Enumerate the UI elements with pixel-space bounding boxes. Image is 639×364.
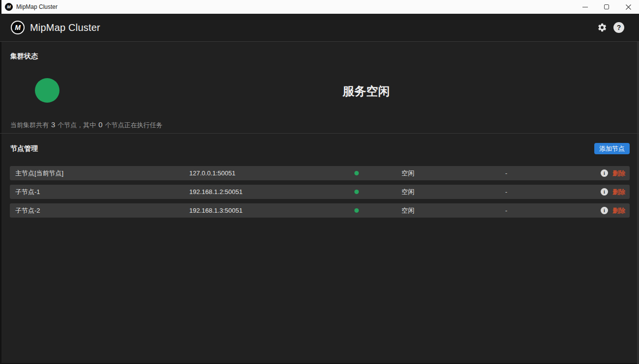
node-name: 子节点-2 — [10, 206, 179, 215]
node-status-label: 空闲 — [371, 169, 445, 178]
maximize-button[interactable] — [596, 0, 617, 14]
status-dot-icon — [354, 208, 359, 213]
info-icon[interactable]: i — [601, 188, 608, 196]
summary-prefix: 当前集群共有 — [10, 121, 49, 130]
app-title: MipMap Cluster — [30, 22, 100, 33]
table-row: 子节点-1 192.168.1.2:50051 空闲 - i 删除 — [10, 185, 630, 199]
settings-button[interactable] — [597, 23, 607, 32]
node-task: - — [445, 207, 568, 214]
node-table: 主节点[当前节点] 127.0.0.1:50051 空闲 - i 删除 子节点-… — [10, 166, 630, 218]
node-count: 3 — [51, 120, 55, 129]
cluster-status-text: 服务空闲 — [93, 84, 639, 99]
node-status-cell — [342, 208, 371, 213]
summary-middle: 个节点，其中 — [58, 121, 96, 130]
delete-node-button[interactable]: 删除 — [612, 188, 625, 196]
gear-icon — [597, 23, 607, 32]
row-actions: i 删除 — [601, 169, 630, 178]
node-task: - — [445, 188, 568, 196]
titlebar: M MipMap Cluster — [0, 0, 639, 14]
app-window: M MipMap Cluster M MipMap Cluster — [0, 0, 639, 364]
node-status-cell — [342, 171, 371, 175]
app-logo-icon: M — [11, 21, 25, 34]
close-icon — [626, 4, 631, 10]
busy-node-count: 0 — [98, 120, 102, 129]
node-name: 子节点-1 — [10, 188, 179, 196]
node-address: 192.168.1.2:50051 — [179, 188, 342, 196]
node-task: - — [445, 169, 568, 177]
status-dot-icon — [354, 171, 359, 175]
minimize-button[interactable] — [574, 0, 596, 14]
info-icon[interactable]: i — [601, 169, 608, 177]
delete-node-button[interactable]: 删除 — [612, 206, 625, 215]
window-controls — [574, 0, 639, 14]
node-management-heading: 节点管理 — [10, 144, 38, 153]
close-button[interactable] — [617, 0, 639, 14]
cluster-status-section: 集群状态 服务空闲 当前集群共有 3 个节点，其中 0 个节点正在执行任务 — [0, 42, 639, 134]
app-icon: M — [5, 3, 13, 11]
titlebar-left: M MipMap Cluster — [0, 3, 58, 11]
row-actions: i 删除 — [601, 206, 630, 215]
app-header: M MipMap Cluster ? — [0, 14, 639, 42]
add-node-button[interactable]: 添加节点 — [594, 143, 630, 154]
node-address: 127.0.0.1:50051 — [179, 169, 342, 177]
info-icon[interactable]: i — [601, 207, 608, 214]
cluster-status-indicator — [35, 78, 59, 103]
node-name: 主节点[当前节点] — [10, 169, 179, 178]
help-icon: ? — [613, 22, 624, 33]
summary-suffix: 个节点正在执行任务 — [105, 121, 163, 130]
cluster-summary: 当前集群共有 3 个节点，其中 0 个节点正在执行任务 — [10, 120, 163, 130]
node-status-label: 空闲 — [371, 206, 445, 215]
cluster-status-heading: 集群状态 — [10, 52, 38, 61]
app-header-actions: ? — [597, 22, 628, 33]
status-dot-icon — [354, 190, 359, 194]
row-actions: i 删除 — [601, 188, 630, 196]
table-row: 主节点[当前节点] 127.0.0.1:50051 空闲 - i 删除 — [10, 166, 630, 180]
node-address: 192.168.1.3:50051 — [179, 207, 342, 214]
minimize-icon — [582, 7, 588, 7]
window-title: MipMap Cluster — [16, 3, 58, 10]
node-status-label: 空闲 — [371, 188, 445, 196]
app-header-brand: M MipMap Cluster — [11, 21, 100, 34]
maximize-icon — [604, 4, 609, 9]
node-status-cell — [342, 190, 371, 194]
node-management-section: 节点管理 添加节点 主节点[当前节点] 127.0.0.1:50051 空闲 -… — [0, 134, 639, 364]
table-row: 子节点-2 192.168.1.3:50051 空闲 - i 删除 — [10, 203, 630, 218]
help-button[interactable]: ? — [613, 22, 624, 33]
delete-node-button[interactable]: 删除 — [612, 169, 625, 178]
